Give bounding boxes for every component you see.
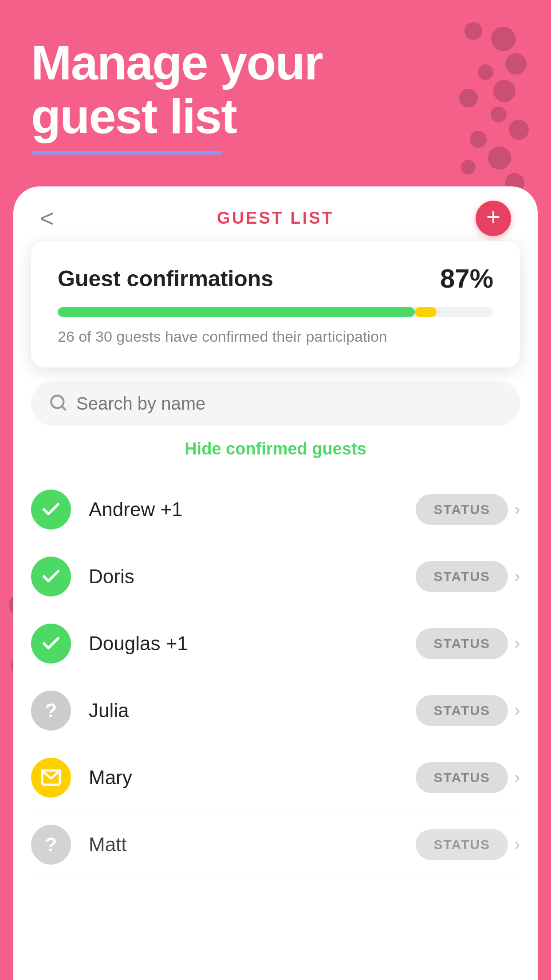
guest-name: Doris — [89, 565, 416, 588]
svg-line-1 — [62, 406, 65, 410]
chevron-right-icon: › — [515, 567, 520, 586]
search-container — [31, 381, 520, 426]
guest-name: Andrew +1 — [89, 498, 416, 521]
page-title: GUEST LIST — [217, 209, 334, 228]
hero-heading: Manage your guest list — [31, 36, 322, 154]
add-icon: + — [486, 205, 500, 229]
back-button[interactable]: < — [40, 204, 54, 233]
confirmation-percent: 87% — [440, 263, 493, 294]
guest-name: Douglas +1 — [89, 632, 416, 655]
status-button[interactable]: STATUS — [416, 628, 508, 659]
chevron-right-icon: › — [515, 634, 520, 653]
list-item: Andrew +1 STATUS › — [31, 476, 520, 543]
confirmation-subtitle: 26 of 30 guests have confirmed their par… — [58, 328, 493, 345]
status-button[interactable]: STATUS — [416, 561, 508, 592]
guest-name: Mary — [89, 767, 416, 789]
chevron-right-icon: › — [515, 500, 520, 519]
add-button[interactable]: + — [476, 201, 511, 236]
progress-bar — [58, 307, 493, 317]
list-item: Doris STATUS › — [31, 543, 520, 610]
guest-name: Julia — [89, 699, 416, 722]
avatar — [31, 490, 71, 530]
status-button[interactable]: STATUS — [416, 695, 508, 726]
chevron-right-icon: › — [515, 835, 520, 854]
list-item: ? Julia STATUS › — [31, 677, 520, 744]
hero-title-line2: guest list — [31, 89, 322, 143]
confirmation-header: Guest confirmations 87% — [58, 263, 493, 294]
hero-underline — [31, 151, 222, 154]
confirmation-card: Guest confirmations 87% 26 of 30 guests … — [31, 241, 520, 368]
list-item: ? Matt STATUS › — [31, 811, 520, 878]
guest-name: Matt — [89, 834, 416, 856]
nav-bar: < GUEST LIST + — [13, 186, 538, 241]
avatar — [31, 758, 71, 798]
confirmation-title: Guest confirmations — [58, 266, 273, 292]
avatar: ? — [31, 825, 71, 865]
status-button[interactable]: STATUS — [416, 829, 508, 860]
chevron-right-icon: › — [515, 768, 520, 787]
main-card: < GUEST LIST + Guest confirmations 87% 2… — [13, 186, 538, 980]
search-icon — [49, 393, 67, 414]
progress-green — [58, 307, 415, 317]
avatar — [31, 557, 71, 597]
avatar: ? — [31, 691, 71, 731]
search-input[interactable] — [76, 394, 502, 414]
hide-confirmed-toggle[interactable]: Hide confirmed guests — [13, 431, 538, 472]
status-button[interactable]: STATUS — [416, 762, 508, 793]
guest-list: Andrew +1 STATUS › Doris STATUS › Dougla… — [13, 472, 538, 878]
list-item: Mary STATUS › — [31, 744, 520, 811]
chevron-right-icon: › — [515, 701, 520, 720]
hero-title-line1: Manage your — [31, 36, 322, 89]
avatar — [31, 624, 71, 664]
list-item: Douglas +1 STATUS › — [31, 610, 520, 677]
status-button[interactable]: STATUS — [416, 494, 508, 525]
progress-yellow — [415, 307, 437, 317]
